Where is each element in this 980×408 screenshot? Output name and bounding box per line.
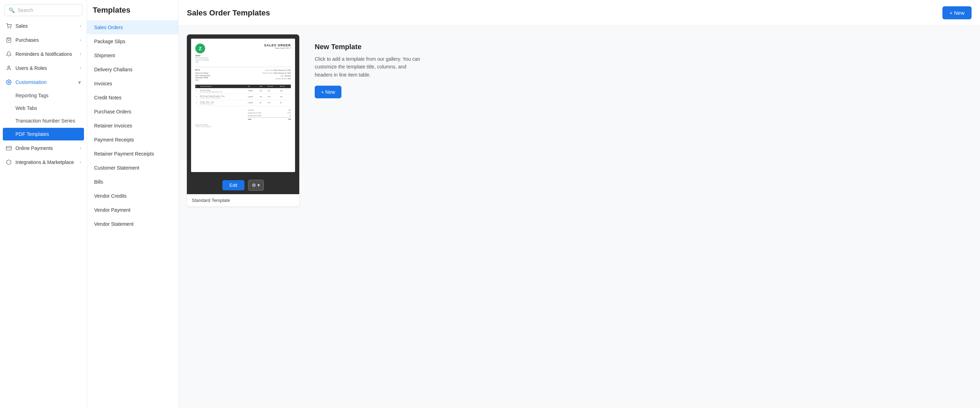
- doc-logo: Z: [195, 44, 205, 53]
- purchases-icon: [6, 37, 12, 43]
- template-doc: Z Zylkar 4141 Hacienda DrivePleasanton C…: [191, 39, 295, 172]
- integrations-icon: [6, 159, 12, 165]
- sidebar-item-sales[interactable]: Sales ›: [0, 19, 87, 33]
- middle-panel: Templates Sales Orders Package Slips Shi…: [87, 0, 178, 408]
- template-list-item-package-slips[interactable]: Package Slips: [87, 34, 178, 48]
- doc-totals: Sub Total 630 Sample Tax1 (4.70%) 11.75 …: [248, 109, 291, 121]
- template-list-item-customer-statement[interactable]: Customer Statement: [87, 161, 178, 175]
- template-preview: Z Zylkar 4141 Hacienda DrivePleasanton C…: [187, 34, 299, 176]
- reporting-tags-label: Reporting Tags: [16, 93, 48, 98]
- pdf-templates-label: PDF Templates: [16, 131, 49, 137]
- sidebar-item-transaction-number-series[interactable]: Transaction Number Series: [0, 114, 87, 127]
- template-list-item-vendor-credits[interactable]: Vendor Credits: [87, 189, 178, 203]
- search-icon: 🔍: [9, 7, 15, 13]
- edit-button[interactable]: Edit: [222, 180, 244, 190]
- page-title: Sales Order Templates: [187, 8, 270, 17]
- search-box[interactable]: 🔍 Search: [4, 4, 83, 16]
- sidebar-item-online-payments[interactable]: Online Payments ›: [0, 141, 87, 155]
- new-template-description: Click to add a template from our gallery…: [315, 55, 424, 79]
- template-list-item-bills[interactable]: Bills: [87, 175, 178, 189]
- template-list-item-credit-notes[interactable]: Credit Notes: [87, 90, 178, 105]
- settings-button[interactable]: ⚙ ▾: [248, 180, 264, 191]
- doc-bill-to: Bill To Rob & Joe Traders4141 Hacienda D…: [195, 69, 210, 82]
- doc-subtitle: Sales Order# SO-17: [264, 47, 291, 49]
- template-card-standard: Z Zylkar 4141 Hacienda DrivePleasanton C…: [187, 34, 299, 206]
- chevron-right-icon: ›: [80, 38, 81, 43]
- doc-footer: Terms & Conditions Thanks for your busin…: [195, 124, 291, 127]
- template-list-item-sales-orders[interactable]: Sales Orders: [87, 21, 178, 34]
- sales-icon: [6, 23, 12, 29]
- sidebar-label-users: Users & Roles: [16, 65, 47, 71]
- online-payments-icon: [6, 145, 12, 151]
- chevron-right-icon: ›: [80, 160, 81, 165]
- template-list-item-shipment[interactable]: Shipment: [87, 48, 178, 62]
- template-list-item-vendor-statement[interactable]: Vendor Statement: [87, 217, 178, 231]
- panel-title: Templates: [87, 6, 178, 21]
- sidebar-item-reporting-tags[interactable]: Reporting Tags: [0, 89, 87, 102]
- main-header: Sales Order Templates + New: [178, 0, 980, 26]
- template-list-item-payment-receipts[interactable]: Payment Receipts: [87, 133, 178, 147]
- template-list-item-retainer-payment-receipts[interactable]: Retainer Payment Receipts: [87, 147, 178, 161]
- sidebar-label-online-payments: Online Payments: [16, 145, 53, 151]
- web-tabs-label: Web Tabs: [16, 105, 37, 111]
- sidebar-label-integrations: Integrations & Marketplace: [16, 159, 74, 165]
- main-content: Sales Order Templates + New Z Zylkar 414…: [178, 0, 980, 408]
- template-list-item-purchase-orders[interactable]: Purchase Orders: [87, 105, 178, 119]
- doc-dates: Order Date: Wed, February 24, 2016 Shipm…: [262, 69, 291, 82]
- doc-company-name: Zylkar: [195, 54, 209, 57]
- new-template-button[interactable]: + New: [315, 86, 341, 98]
- template-list-item-retainer-invoices[interactable]: Retainer Invoices: [87, 119, 178, 133]
- sidebar-nav: Sales › Purchases › Reminders & Notifica…: [0, 19, 87, 408]
- chevron-right-icon: ›: [80, 66, 81, 71]
- new-button[interactable]: + New: [942, 6, 972, 19]
- svg-point-3: [8, 66, 10, 68]
- sidebar-item-users[interactable]: Users & Roles ›: [0, 61, 87, 75]
- svg-point-4: [8, 81, 10, 83]
- users-icon: [6, 65, 12, 71]
- sidebar-label-reminders: Reminders & Notifications: [16, 51, 72, 57]
- svg-point-0: [8, 28, 8, 28]
- sidebar-item-web-tabs[interactable]: Web Tabs: [0, 102, 87, 114]
- templates-grid: Z Zylkar 4141 Hacienda DrivePleasanton C…: [178, 26, 980, 215]
- sub-menu: Reporting Tags Web Tabs Transaction Numb…: [0, 89, 87, 140]
- gear-icon: ⚙: [252, 183, 256, 188]
- sidebar: 🔍 Search Sales › Purchases ›: [0, 0, 87, 408]
- template-label: Standard Template: [187, 194, 299, 206]
- chevron-right-icon: ›: [80, 146, 81, 151]
- chevron-right-icon: ›: [80, 24, 81, 29]
- dropdown-arrow-icon: ▾: [258, 183, 260, 188]
- new-template-title: New Template: [315, 43, 424, 51]
- chevron-right-icon: ›: [80, 52, 81, 57]
- doc-table: # Item & Description Qty Rate Discount A…: [195, 85, 291, 106]
- sidebar-item-pdf-templates[interactable]: PDF Templates: [3, 128, 84, 140]
- reminders-icon: [6, 51, 12, 57]
- sidebar-item-reminders[interactable]: Reminders & Notifications ›: [0, 47, 87, 61]
- doc-company-address: 4141 Hacienda DrivePleasanton CA 94588US…: [195, 57, 209, 63]
- sidebar-label-sales: Sales: [16, 23, 28, 29]
- new-template-card: New Template Click to add a template fro…: [306, 34, 433, 107]
- sidebar-label-purchases: Purchases: [16, 37, 39, 43]
- customisation-icon: [6, 79, 12, 85]
- sidebar-label-customisation: Customisation: [16, 79, 47, 85]
- template-list-item-delivery-challans[interactable]: Delivery Challans: [87, 62, 178, 76]
- search-input: Search: [18, 7, 33, 13]
- svg-point-1: [11, 28, 11, 28]
- chevron-down-icon: ∨: [78, 80, 81, 85]
- sidebar-item-customisation[interactable]: Customisation ∨: [0, 75, 87, 89]
- sidebar-item-integrations[interactable]: Integrations & Marketplace ›: [0, 155, 87, 169]
- sidebar-item-purchases[interactable]: Purchases ›: [0, 33, 87, 47]
- doc-title: SALES ORDER: [264, 44, 291, 47]
- template-list-item-invoices[interactable]: Invoices: [87, 76, 178, 90]
- template-list-item-vendor-payment[interactable]: Vendor Payment: [87, 203, 178, 217]
- transaction-number-series-label: Transaction Number Series: [16, 118, 75, 124]
- svg-rect-5: [6, 146, 11, 150]
- template-actions: Edit ⚙ ▾: [187, 176, 299, 194]
